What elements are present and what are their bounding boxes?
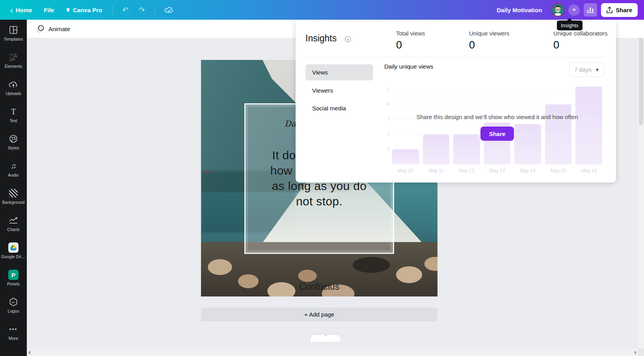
add-page-button[interactable]: + Add page [201, 308, 437, 321]
chart-x-axis-labels: May 10May 11May 12May 13May 14May 15May … [392, 168, 602, 173]
vertical-scrollbar[interactable] [638, 20, 644, 356]
line-chart-icon [9, 216, 18, 225]
divider [112, 6, 113, 14]
cloud-saved-icon[interactable] [160, 4, 178, 16]
tab-views[interactable]: Views [305, 64, 373, 80]
more-dots-icon: ••• [9, 324, 18, 334]
sidebar-item-charts[interactable]: Charts [0, 210, 27, 237]
scrollbar-thumb[interactable] [639, 23, 643, 125]
insights-button[interactable] [584, 3, 597, 17]
quote-author-text[interactable]: Confucius [201, 281, 437, 292]
scrollbar-corner [638, 349, 644, 356]
insights-tooltip: Insights [557, 21, 583, 30]
sidebar-item-background[interactable]: Background [0, 183, 27, 210]
x-tick-label: May 14 [514, 168, 541, 173]
date-range-selector[interactable]: 7 days ▼ [569, 62, 605, 77]
pexels-icon: P [8, 270, 19, 280]
sidebar-item-logos[interactable]: co. Logos [0, 292, 27, 319]
x-tick-label: May 15 [545, 168, 572, 173]
y-tick-label: 3 [382, 116, 390, 122]
insights-panel-title: Insights [305, 33, 337, 44]
document-title[interactable]: Daily Motivation [497, 7, 542, 13]
templates-icon [9, 25, 18, 35]
palette-icon [9, 134, 18, 144]
divider [154, 6, 155, 14]
insights-panel: Insights i Total views 0 Unique viewers … [296, 20, 616, 183]
chevron-down-icon: ▼ [595, 67, 599, 72]
google-drive-icon [8, 243, 19, 252]
sidebar-item-uploads[interactable]: Uploads [0, 74, 27, 101]
scroll-left-arrow[interactable] [28, 350, 30, 354]
home-button[interactable]: ‹ Home [6, 3, 37, 17]
file-menu[interactable]: File [39, 4, 59, 17]
insights-tab-list: Views Viewers Social media [305, 64, 373, 118]
chart-title: Daily unique views [384, 63, 433, 70]
sidebar: Templates ♡△□○ Elements Uploads T Text S… [0, 20, 27, 356]
crown-icon: ♛ [66, 7, 70, 13]
music-notes-icon: ♫ [11, 161, 16, 171]
logos-hexagon-icon: co. [9, 297, 18, 307]
info-icon[interactable]: i [345, 36, 351, 42]
canva-pro-button[interactable]: ♛ Canva Pro [61, 4, 107, 17]
text-icon: T [11, 107, 16, 116]
divider [305, 57, 607, 58]
x-tick-label: May 16 [575, 168, 602, 173]
x-tick-label: May 10 [392, 168, 419, 173]
file-label: File [44, 7, 54, 13]
animate-button[interactable]: Animate [32, 22, 75, 36]
sidebar-item-more[interactable]: ••• More [0, 319, 27, 346]
x-tick-label: May 12 [453, 168, 480, 173]
avatar[interactable] [551, 4, 564, 17]
stat-unique-collaborators: Unique collaborators 0 [553, 30, 608, 51]
export-icon [607, 7, 612, 13]
share-top-label: Share [616, 7, 632, 13]
horizontal-scrollbar[interactable] [27, 349, 638, 356]
share-design-button[interactable]: Share [480, 127, 514, 141]
canva-pro-label: Canva Pro [73, 7, 102, 13]
empty-state-message: Share this design and we’ll show who vie… [416, 114, 578, 120]
y-tick-label: 5 [382, 87, 390, 92]
sidebar-item-google-drive[interactable]: Google Dri… [0, 237, 27, 265]
share-button-top[interactable]: Share [601, 3, 638, 17]
redo-button[interactable]: ↷ [135, 3, 149, 17]
sidebar-item-elements[interactable]: ♡△□○ Elements [0, 47, 27, 74]
y-tick-label: 2 [382, 131, 390, 137]
pages-panel-handle[interactable]: ˆ [311, 335, 341, 342]
scroll-right-arrow[interactable] [635, 350, 637, 354]
sidebar-item-templates[interactable]: Templates [0, 20, 27, 47]
sidebar-item-audio[interactable]: ♫ Audio [0, 156, 27, 183]
sidebar-item-pexels[interactable]: P Pexels [0, 265, 27, 292]
x-tick-label: May 11 [423, 168, 450, 173]
stat-total-views: Total views 0 [396, 30, 425, 51]
add-member-button[interactable]: + [568, 4, 580, 16]
top-bar: ‹ Home File ♛ Canva Pro ↶ ↷ Daily Motiva… [0, 0, 644, 20]
upload-cloud-icon [9, 80, 18, 89]
stat-unique-viewers: Unique viewers 0 [469, 30, 510, 51]
tab-social-media[interactable]: Social media [305, 101, 373, 116]
undo-button[interactable]: ↶ [118, 3, 132, 17]
animate-icon [36, 25, 45, 33]
tab-viewers[interactable]: Viewers [305, 83, 373, 98]
y-tick-label: 1 [382, 146, 390, 152]
y-tick-label: 4 [382, 101, 390, 107]
chevron-up-icon: ˆ [325, 335, 326, 339]
x-tick-label: May 13 [484, 168, 511, 173]
sidebar-item-styles[interactable]: Styles [0, 129, 27, 156]
elements-icon: ♡△□○ [10, 52, 17, 62]
sidebar-item-text[interactable]: T Text [0, 101, 27, 129]
home-label: Home [16, 7, 32, 13]
stripes-icon [9, 188, 18, 198]
bar-chart-icon [587, 7, 594, 13]
back-chevron-icon: ‹ [10, 6, 13, 14]
svg-text:co.: co. [11, 301, 15, 304]
animate-label: Animate [48, 26, 70, 32]
chart-empty-overlay: Share this design and we’ll show who vie… [392, 87, 602, 164]
